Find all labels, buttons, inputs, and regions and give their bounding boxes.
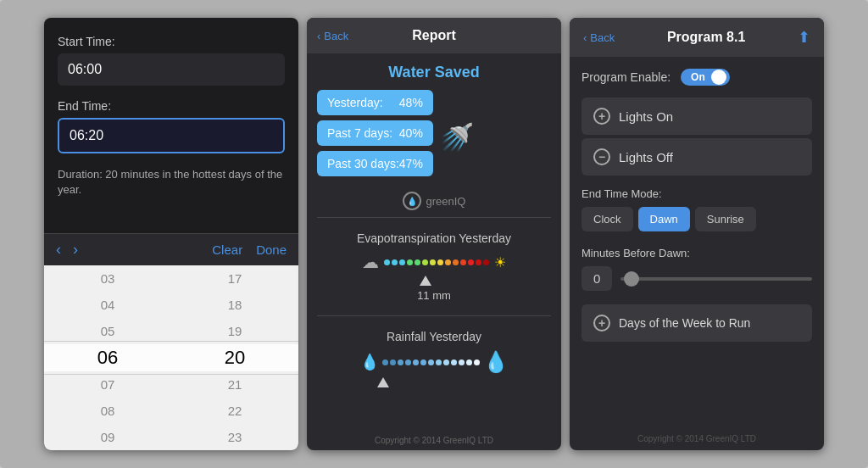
rain-dots	[382, 359, 480, 365]
rain-dot-13	[474, 359, 480, 365]
toggle-on-text: On	[686, 71, 705, 83]
mode-sunrise-button[interactable]: Sunrise	[695, 207, 756, 231]
min-23[interactable]: 23	[171, 424, 298, 450]
slider-thumb	[624, 271, 639, 287]
evap-section: Evapotranspiration Yesterday ☁	[317, 225, 551, 309]
raindrop-large-icon: 💧	[483, 350, 509, 374]
toggle-knob	[711, 70, 726, 85]
program-back-label: Back	[590, 31, 615, 44]
row-label-7days: Past 7 days:	[327, 126, 392, 140]
min-22[interactable]: 22	[171, 398, 298, 424]
mode-dawn-button[interactable]: Dawn	[638, 207, 690, 231]
rain-dot-6	[420, 359, 426, 365]
hour-05[interactable]: 05	[44, 318, 171, 344]
minutes-column[interactable]: 17 18 19 20 21 22 23	[171, 265, 298, 450]
water-row-30days: Past 30 days: 47%	[317, 151, 433, 176]
clear-button[interactable]: Clear	[212, 242, 242, 257]
hour-03[interactable]: 03	[44, 265, 171, 292]
upload-icon[interactable]: ⬆	[798, 28, 810, 47]
evap-color-dots	[384, 259, 489, 265]
program-header: ‹ Back Program 8.1 ⬆	[570, 18, 824, 57]
lights-off-label: Lights Off	[619, 150, 673, 164]
minutes-slider[interactable]	[620, 277, 812, 281]
prev-arrow[interactable]: ‹	[56, 241, 61, 259]
report-copyright: Copyright © 2014 GreenIQ LTD	[307, 431, 561, 450]
rain-dot-10	[451, 359, 457, 365]
rain-row: 💧	[317, 350, 551, 374]
minutes-value-display: 0	[581, 266, 612, 291]
row-value-yesterday: 48%	[399, 96, 423, 109]
lights-on-plus-icon: +	[593, 108, 610, 125]
back-chevron-icon: ‹	[317, 30, 320, 42]
rain-dot-11	[459, 359, 465, 365]
toolbar-actions: Clear Done	[212, 242, 287, 257]
screen1-content: Start Time: 06:00 End Time: 06:20 Durati…	[44, 18, 298, 220]
rain-triangle-container	[317, 377, 551, 387]
time-picker[interactable]: 03 04 05 06 07 08 09 17 18 19 20 21 22 2…	[44, 265, 298, 450]
rain-dot-7	[428, 359, 434, 365]
days-plus-icon: +	[593, 315, 610, 332]
rainfall-section: Rainfall Yesterday 💧	[317, 323, 551, 394]
hours-column[interactable]: 03 04 05 06 07 08 09	[44, 265, 171, 450]
end-time-input[interactable]: 06:20	[58, 118, 285, 153]
hour-07[interactable]: 07	[44, 371, 171, 398]
next-arrow[interactable]: ›	[73, 241, 78, 259]
hour-09[interactable]: 09	[44, 424, 171, 450]
start-time-label: Start Time:	[58, 35, 285, 48]
end-time-section: End Time Mode: Clock Dawn Sunrise	[581, 187, 812, 231]
cloud-icon: ☁	[362, 252, 379, 272]
evap-title: Evapotranspiration Yesterday	[317, 231, 551, 245]
section-divider	[317, 217, 551, 218]
program-back-button[interactable]: ‹ Back	[583, 31, 615, 44]
program-title: Program 8.1	[667, 30, 745, 45]
hour-06-selected[interactable]: 06	[44, 344, 171, 370]
dot-1	[384, 259, 390, 265]
dot-10	[453, 259, 459, 265]
evap-row: ☁	[317, 252, 551, 272]
hour-08[interactable]: 08	[44, 398, 171, 424]
lights-off-button[interactable]: − Lights Off	[581, 138, 812, 176]
program-enable-toggle[interactable]: On	[681, 69, 730, 86]
mode-clock-button[interactable]: Clock	[581, 207, 633, 231]
report-back-button[interactable]: ‹ Back	[317, 30, 348, 42]
rain-dot-1	[382, 359, 388, 365]
min-17[interactable]: 17	[171, 265, 298, 292]
water-row-7days: Past 7 days: 40%	[317, 120, 433, 146]
min-18[interactable]: 18	[171, 292, 298, 318]
dot-4	[407, 259, 413, 265]
min-19[interactable]: 19	[171, 318, 298, 344]
rain-triangle-up	[377, 377, 389, 387]
faucet-icon: 🚿	[440, 90, 474, 185]
program-enable-row: Program Enable: On	[581, 69, 812, 86]
duration-text: Duration: 20 minutes in the hottest days…	[58, 167, 285, 198]
min-20-selected[interactable]: 20	[171, 344, 298, 370]
rain-dot-4	[405, 359, 411, 365]
triangle-up-icon	[420, 276, 431, 286]
raindrop-icon: 💧	[360, 353, 379, 371]
min-21[interactable]: 21	[171, 371, 298, 398]
minutes-row: 0	[581, 266, 812, 291]
dot-7	[430, 259, 436, 265]
water-saved-title: Water Saved	[317, 64, 551, 81]
dot-3	[399, 259, 405, 265]
screen-time-picker: Start Time: 06:00 End Time: 06:20 Durati…	[44, 18, 298, 450]
dot-6	[422, 259, 428, 265]
rain-dot-3	[398, 359, 403, 365]
greeniq-logo: 💧 greenIQ	[317, 192, 551, 210]
nav-arrows: ‹ ›	[56, 241, 78, 259]
report-body: Water Saved Yesterday: 48% Past 7 days: …	[307, 53, 561, 431]
days-of-week-button[interactable]: + Days of the Week to Run	[581, 304, 812, 342]
days-of-week-label: Days of the Week to Run	[619, 316, 750, 330]
rainfall-title: Rainfall Yesterday	[317, 330, 551, 343]
water-saved-rows: Yesterday: 48% Past 7 days: 40% Past 30 …	[317, 90, 433, 176]
lights-off-minus-icon: −	[593, 148, 610, 165]
screen-report: ‹ Back Report Water Saved Yesterday: 48%…	[307, 18, 561, 450]
dot-13	[476, 259, 481, 265]
back-label: Back	[324, 30, 348, 42]
report-header: ‹ Back Report	[307, 18, 561, 53]
minutes-before-dawn-label: Minutes Before Dawn:	[581, 247, 812, 259]
done-button[interactable]: Done	[256, 242, 287, 257]
lights-on-button[interactable]: + Lights On	[581, 98, 812, 135]
hour-04[interactable]: 04	[44, 292, 171, 318]
start-time-input[interactable]: 06:00	[58, 53, 285, 86]
